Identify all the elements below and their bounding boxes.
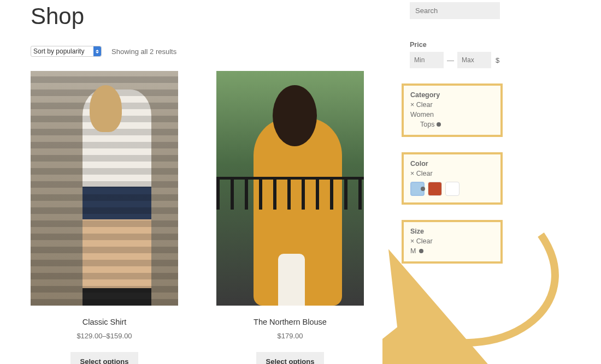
product-card[interactable]: The Northern Blouse $179.00 Select optio… [216, 71, 364, 364]
category-item-tops[interactable]: Tops [420, 121, 494, 128]
category-filter: Category × Clear Women Tops [402, 83, 503, 137]
product-image-bg [216, 177, 364, 210]
product-price: $179.00 [216, 332, 364, 340]
size-clear-link[interactable]: × Clear [410, 237, 494, 245]
page-title: Shop [31, 3, 382, 29]
category-item-women[interactable]: Women [410, 111, 494, 118]
category-label: Category [410, 91, 494, 99]
select-options-button[interactable]: Select options [256, 352, 325, 364]
select-arrows-icon [93, 46, 101, 56]
size-filter: Size × Clear M [402, 220, 503, 264]
search-input[interactable] [410, 2, 500, 19]
currency-symbol: $ [496, 56, 499, 64]
result-count: Showing all 2 results [111, 47, 176, 56]
price-dash: — [447, 56, 454, 64]
color-swatches [410, 182, 494, 196]
color-swatch-rust[interactable] [428, 182, 442, 196]
product-grid: Classic Shirt $129.00–$159.00 Select opt… [31, 71, 382, 364]
size-value: M [410, 247, 416, 255]
category-clear-link[interactable]: × Clear [410, 101, 494, 109]
size-item-m[interactable]: M [410, 247, 494, 255]
product-title: The Northern Blouse [216, 318, 364, 326]
product-image[interactable] [31, 71, 178, 306]
size-label: Size [410, 228, 494, 235]
select-options-button[interactable]: Select options [70, 352, 139, 364]
product-image[interactable] [216, 71, 364, 306]
color-filter: Color × Clear [402, 152, 503, 205]
color-swatch-blue[interactable] [410, 182, 425, 196]
price-label: Price [410, 41, 503, 49]
price-min-input[interactable] [410, 52, 444, 68]
price-filter: Price — $ [410, 41, 503, 68]
shop-toolbar: Sort by popularity Showing all 2 results [31, 46, 382, 57]
product-price: $129.00–$159.00 [31, 332, 178, 340]
product-title: Classic Shirt [31, 318, 178, 326]
product-card[interactable]: Classic Shirt $129.00–$159.00 Select opt… [31, 71, 178, 364]
sort-select-value: Sort by popularity [33, 47, 84, 55]
color-clear-link[interactable]: × Clear [410, 170, 494, 177]
color-swatch-white[interactable] [445, 182, 459, 196]
product-image-bg [31, 71, 178, 306]
color-label: Color [410, 160, 494, 168]
selected-dot-icon [437, 122, 441, 127]
selected-dot-icon [421, 187, 425, 191]
product-image-bg [278, 254, 305, 306]
selected-dot-icon [419, 249, 423, 253]
sidebar: Price — $ Category × Clear Women Tops Co… [402, 2, 503, 264]
category-child-label: Tops [420, 121, 434, 128]
sort-select[interactable]: Sort by popularity [31, 46, 102, 57]
price-max-input[interactable] [457, 52, 491, 68]
